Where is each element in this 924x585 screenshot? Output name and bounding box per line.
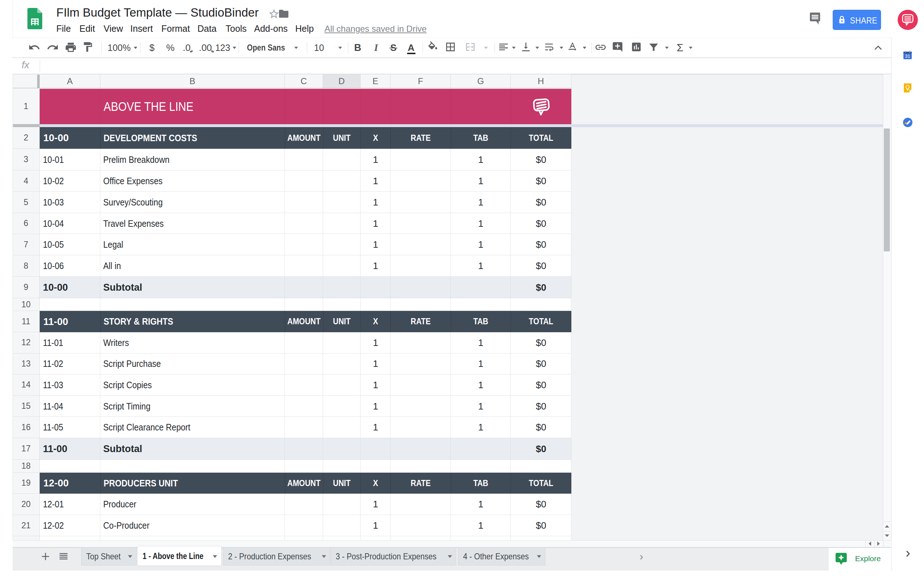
svg-text:31: 31 [905,53,910,59]
